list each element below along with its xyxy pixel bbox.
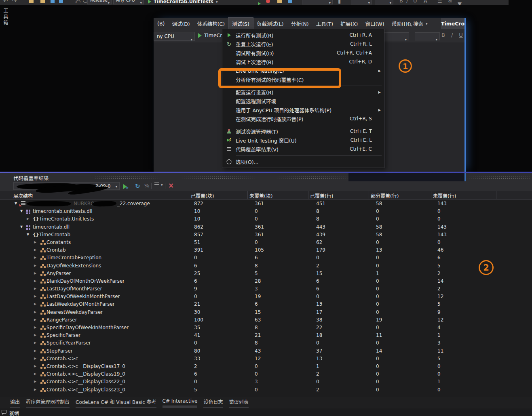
- expander-icon[interactable]: [20, 225, 23, 229]
- table-row[interactable]: SpecificDayOfWeekInMonthParser 35 8 22 0…: [0, 324, 532, 332]
- table-row[interactable]: StepParser 80 43 37 14 11: [0, 347, 532, 355]
- bottom-tab[interactable]: CodeLens C# 和 Visual Basic 参考: [76, 397, 156, 408]
- expander-icon[interactable]: [34, 318, 36, 321]
- run-button[interactable]: TimeCro: [198, 32, 225, 38]
- table-row[interactable]: SpecificYearParser 0 8 0 0 3: [0, 339, 532, 347]
- expander-icon[interactable]: [34, 372, 36, 376]
- bold-icon[interactable]: B: [441, 32, 445, 38]
- menu-bar-item[interactable]: 调试(D): [168, 18, 193, 29]
- toolbar-dropdown-3[interactable]: ▼: [375, 0, 393, 4]
- font-color-icon[interactable]: A: [424, 0, 427, 4]
- expander-icon[interactable]: [34, 302, 36, 306]
- expander-icon[interactable]: [34, 326, 36, 329]
- platform-dropdown[interactable]: ny CPU▼: [154, 32, 195, 41]
- bottom-tab[interactable]: C# Interactive: [163, 397, 198, 408]
- expander-icon[interactable]: [34, 349, 36, 353]
- expander-icon[interactable]: [34, 341, 36, 345]
- navigate-back-icon[interactable]: ⤺: [75, 0, 80, 4]
- redo-icon[interactable]: ↷: [12, 0, 17, 4]
- table-row[interactable]: timecrontab.dll 862 361 443 58 143: [0, 223, 532, 231]
- table-row[interactable]: Crontab.<>c__DisplayClass22_0 0 3 0 0 1: [0, 378, 532, 386]
- menu-item[interactable]: 配置远程测试环境: [222, 97, 384, 105]
- table-row[interactable]: Crontab 391 105 179 13 46: [0, 246, 532, 254]
- toolbox-side-tab[interactable]: 工具箱: [2, 8, 9, 26]
- start-without-debugging-icon[interactable]: [258, 0, 261, 5]
- solution-config-dropdown[interactable]: Release▼: [87, 0, 112, 4]
- menu-bar-item[interactable]: 体系结构(C): [194, 18, 228, 29]
- bottom-tab[interactable]: 程序包管理器控制台: [26, 397, 70, 408]
- expander-icon[interactable]: [34, 279, 36, 283]
- menu-item[interactable]: 配置运行设置(R) ▶: [222, 88, 384, 97]
- column-header[interactable]: 层次结构: [13, 192, 33, 199]
- expander-icon[interactable]: [34, 287, 36, 290]
- save-icon[interactable]: [51, 0, 55, 4]
- table-row[interactable]: RangeParser 100 63 38 19 12: [0, 316, 532, 324]
- feedback-icon[interactable]: [2, 410, 6, 414]
- menu-item[interactable]: 代码覆盖率结果(V) Ctrl+E, C: [222, 145, 384, 153]
- column-header[interactable]: 未覆盖(行): [433, 192, 456, 199]
- underline-icon[interactable]: U: [413, 0, 417, 4]
- window-dropdown-1[interactable]: ▼: [383, 32, 409, 40]
- home-icon[interactable]: [288, 0, 292, 4]
- panel-title-bar[interactable]: 代码覆盖率结果: [0, 173, 532, 181]
- column-header[interactable]: 部分覆盖(行): [371, 192, 399, 199]
- expander-icon[interactable]: [34, 256, 36, 259]
- expander-icon[interactable]: [34, 357, 36, 360]
- menu-item[interactable]: [222, 123, 384, 127]
- italic-icon[interactable]: /: [451, 32, 453, 38]
- menu-item[interactable]: 调试上次运行(B) Ctrl+R, D: [222, 57, 384, 66]
- table-row[interactable]: BlankDayOfMonthOrWeekParser 6 28 6 0 14: [0, 277, 532, 285]
- expander-icon[interactable]: [20, 209, 23, 213]
- table-row[interactable]: AnyParser 25 5 15 1 2: [0, 270, 532, 277]
- bottom-tab[interactable]: 设备日志: [203, 397, 223, 408]
- toolbar-dropdown-1[interactable]: ▼: [302, 0, 333, 4]
- table-row[interactable]: Crontab.<>c 33 12 13 0 5: [0, 355, 532, 363]
- expander-icon[interactable]: [34, 248, 36, 252]
- expander-icon[interactable]: [34, 271, 36, 275]
- toolbar-dropdown-2[interactable]: ▼: [351, 0, 372, 4]
- expander-icon[interactable]: [34, 388, 36, 391]
- bold-icon[interactable]: B: [399, 0, 403, 4]
- show-percentage-button[interactable]: %: [144, 183, 149, 189]
- menu-bar-item[interactable]: 测试(S): [228, 18, 253, 29]
- expander-icon[interactable]: [34, 240, 36, 244]
- table-row[interactable]: TimeCrontab 857 361 439 58 143: [0, 231, 532, 239]
- undo-icon[interactable]: ↶: [3, 0, 8, 4]
- menu-bar-item[interactable]: (B): [154, 19, 168, 29]
- italic-icon[interactable]: /: [406, 0, 408, 4]
- column-header[interactable]: 未覆盖(块): [249, 192, 272, 199]
- link-icon[interactable]: ∞: [448, 0, 452, 4]
- bottom-tab[interactable]: 错误列表: [229, 397, 248, 408]
- table-row[interactable]: LastDayOfWeekInMonthParser 0 19 0 0 12: [0, 293, 532, 300]
- expander-icon[interactable]: [34, 294, 36, 298]
- bottom-tab[interactable]: 输出: [10, 397, 20, 408]
- expander-icon[interactable]: [34, 264, 36, 267]
- expander-icon[interactable]: [34, 364, 36, 368]
- menu-item[interactable]: 适用于 AnyCPU 项目的处理器体系结构(P) ▶: [222, 105, 384, 114]
- menu-item[interactable]: Live Unit Testing 窗口(U) Ctrl+E, L: [222, 136, 384, 145]
- menu-item[interactable]: 测试资源管理器(T) Ctrl+E, T: [222, 127, 384, 136]
- table-row[interactable]: Crontab.<>c__DisplayClass17_0 2 0 1 0 0: [0, 363, 532, 370]
- remove-result-button[interactable]: ×: [168, 183, 174, 188]
- expander-icon[interactable]: [34, 333, 36, 337]
- search-folder-icon[interactable]: [277, 0, 282, 4]
- column-header[interactable]: 已覆盖(块): [191, 192, 214, 199]
- table-row[interactable]: SpecificParser 41 21 18 11 1: [0, 332, 532, 339]
- table-row[interactable]: Crontab.<>c__DisplayClass23_0 5 0 2 0 0: [0, 386, 532, 394]
- table-row[interactable]: Crontab.<>c__DisplayClass19_0 6 0 2 0 0: [0, 370, 532, 378]
- search-control[interactable]: 搜索 ▼: [407, 18, 428, 29]
- window-dropdown-2[interactable]: ▼: [415, 32, 440, 40]
- menu-item[interactable]: 运行所有测试(R) Ctrl+R, A: [222, 31, 384, 40]
- table-row[interactable]: TimeCrontab.UnitTests 10 0 8 0 0: [0, 215, 532, 223]
- view-options-button[interactable]: ▼: [154, 183, 163, 187]
- list-icon[interactable]: ☰: [437, 0, 442, 4]
- record-icon[interactable]: [266, 0, 270, 3]
- import-results-button[interactable]: »: [123, 183, 129, 190]
- table-row[interactable]: Constants 51 0 62 0 0: [0, 239, 532, 246]
- toolbar-overflow-icon[interactable]: ▼: [458, 1, 462, 5]
- expander-icon[interactable]: [27, 233, 29, 236]
- menu-item[interactable]: [222, 153, 384, 157]
- table-row[interactable]: NearestWeekdayParser 30 15 17 0 9: [0, 309, 532, 316]
- expander-icon[interactable]: [34, 380, 36, 383]
- menu-item[interactable]: 调试所有测试(D) Ctrl+R, Ctrl+A: [222, 48, 384, 57]
